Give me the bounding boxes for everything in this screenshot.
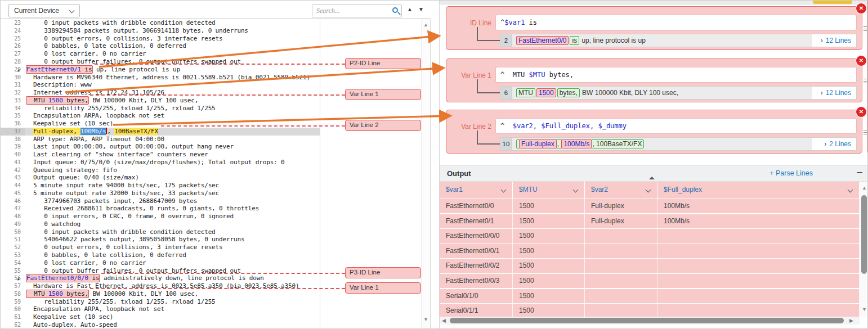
editor-line-51[interactable]: 51 540646622 packets output, 3895058058 … (1, 236, 320, 244)
variable-token: 100Mb/s (563, 140, 589, 148)
editor-line-43[interactable]: 43 Output queue: 0/40 (size/max) (1, 174, 320, 182)
editor-line-27[interactable]: 27 0 lost carrier, 0 no carrier (1, 50, 320, 58)
match-lines-link[interactable]: ›2 Lines (812, 138, 856, 150)
close-icon[interactable]: ✕ (856, 3, 866, 13)
table-cell (657, 259, 860, 273)
chevron-down-icon (69, 8, 75, 13)
editor-line-60[interactable]: 60 Encapsulation ARPA, loopback not set (1, 305, 320, 313)
line-number: 58 (1, 290, 21, 298)
editor-line-45[interactable]: 45 5 minute output rate 32000 bits/sec, … (1, 190, 320, 197)
editor-scrollbar[interactable]: ▲ ▼ (421, 19, 430, 329)
variable-token: $_dummy (598, 122, 627, 130)
editor-line-62[interactable]: 62 Auto-duplex, Auto-speed (1, 321, 320, 329)
hamburger-menu-icon[interactable] (863, 26, 868, 33)
editor-line-54[interactable]: 54 0 lost carrier, 0 no carrier (1, 259, 320, 267)
editor-line-59[interactable]: 59 reliability 255/255, txload 1/255, rx… (1, 298, 320, 306)
minimize-output-button[interactable]: – (857, 166, 862, 178)
chevron-down-icon[interactable] (646, 187, 651, 193)
editor-line-47[interactable]: 47 Received 2688611 broadcasts, 0 runts,… (1, 205, 320, 213)
hamburger-menu-icon[interactable] (863, 130, 868, 136)
parse-lines-link[interactable]: + Parse Lines (769, 169, 813, 177)
parse-card-var-line-2: ✕Var Line 2^ $var2, $Full_duplex, $_dumm… (446, 110, 862, 154)
hamburger-menu-icon[interactable] (863, 79, 868, 85)
editor-line-49[interactable]: 49 0 watchdog (1, 220, 320, 228)
editor-line-39[interactable]: 39 Last input 00:00:00, output 00:00:00,… (1, 143, 320, 151)
editor-line-56[interactable]: 56◢FastEthernet0/0/0 is administratively… (1, 274, 320, 282)
editor-line-40[interactable]: 40 Last clearing of "show interface" cou… (1, 151, 320, 159)
text-segment: BW 100000 Kbit, DLY 100 usec, (89, 290, 198, 298)
line-number: 42 (1, 166, 21, 174)
editor-line-33[interactable]: 33 MTU 1500 bytes, BW 100000 Kbit, DLY 1… (1, 97, 320, 105)
connector-elbow (477, 40, 500, 41)
editor-line-42[interactable]: 42 Queueing strategy: fifo (1, 166, 320, 174)
yellow-highlight: 100BaseTX/FX (114, 128, 158, 135)
pattern-input[interactable]: ^$var1 is (495, 15, 857, 30)
matched-line-row: 6MTU1500bytes, BW 100000 Kbit, DLY 100 u… (500, 86, 857, 100)
scroll-right-icon[interactable]: ▶ (849, 318, 853, 323)
scroll-left-icon[interactable]: ◀ (442, 318, 446, 323)
table-cell (585, 289, 657, 303)
parse-marker-label: P3-ID Line (345, 267, 421, 278)
editor-line-35[interactable]: 35 Encapsulation ARPA, loopback not set (1, 112, 320, 120)
editor-line-52[interactable]: 52 0 output errors, 0 collisions, 3 inte… (1, 244, 320, 251)
collapse-up-icon[interactable] (649, 167, 656, 177)
chevron-down-icon[interactable] (848, 187, 853, 193)
search-icon[interactable] (392, 7, 398, 13)
editor-line-25[interactable]: 25 0 output errors, 0 collisions, 3 inte… (1, 35, 320, 43)
line-text: Keepalive set (10 sec) (26, 120, 113, 128)
pattern-input[interactable]: ^ $var2, $Full_duplex, $_dummy (495, 118, 857, 134)
table-cell (657, 304, 860, 318)
editor-line-26[interactable]: 26 0 babbles, 0 late collision, 0 deferr… (1, 42, 320, 50)
editor-line-31[interactable]: 31 Description: www (1, 81, 320, 89)
column-header-MTU[interactable]: $MTU (513, 182, 585, 199)
editor-line-53[interactable]: 53 0 babbles, 0 late collision, 0 deferr… (1, 251, 320, 259)
table-vertical-scrollbar[interactable]: ▲ ▼ (860, 182, 868, 317)
match-lines-link[interactable]: ›12 Lines (812, 34, 856, 47)
column-header-var2[interactable]: $var2 (585, 182, 657, 199)
close-icon[interactable]: ✕ (856, 107, 866, 117)
editor-line-46[interactable]: 46 3774966703 packets input, 2688647009 … (1, 197, 320, 205)
table-horizontal-scrollbar[interactable]: ◀ ▶ (440, 317, 860, 325)
selection-highlight: 100Mb/s (80, 128, 106, 135)
column-header-var1[interactable]: $var1 (440, 182, 513, 199)
editor-line-44[interactable]: 44 5 minute input rate 94000 bits/sec, 1… (1, 182, 320, 190)
line-number: 52 (1, 244, 21, 251)
editor-line-24[interactable]: 24 3389294584 packets output, 3066914118… (1, 27, 320, 35)
horizontal-scroll-thumb[interactable] (450, 318, 844, 323)
text-segment: administratively down, line protocol is … (100, 274, 263, 282)
close-icon[interactable]: ✕ (856, 56, 866, 66)
editor-line-29[interactable]: 29◢FastEthernet0/1 is up, line protocol … (1, 66, 320, 74)
red-match-box: MTU 1500 bytes, (26, 290, 89, 298)
find-previous-button[interactable]: ▲ (407, 6, 413, 13)
column-header-Full_duplex[interactable]: $Full_duplex (657, 182, 860, 199)
editor-line-34[interactable]: 34 reliability 255/255, txload 1/255, rx… (1, 105, 320, 112)
search-input[interactable] (312, 5, 383, 17)
editor-line-41[interactable]: 41 Input queue: 0/75/0/0 (size/max/drops… (1, 159, 320, 166)
scroll-up-icon[interactable]: ▲ (862, 185, 867, 191)
toolbar: Current Device ▲ ▼ (1, 1, 430, 19)
editor-line-37[interactable]: 37 Full-duplex, 100Mb/s, 100BaseTX/FX (1, 128, 320, 136)
device-selector-dropdown[interactable]: Current Device (8, 4, 80, 17)
scroll-up-icon[interactable]: ▲ (423, 22, 428, 28)
editor-line-48[interactable]: 48 0 input errors, 0 CRC, 0 frame, 0 ove… (1, 213, 320, 220)
find-next-button[interactable]: ▼ (418, 6, 424, 13)
editor-line-23[interactable]: 23 0 input packets with dribble conditio… (1, 19, 320, 27)
editor-line-61[interactable]: 61 Keepalive set (10 sec) (1, 313, 320, 321)
scroll-down-icon[interactable]: ▼ (423, 317, 428, 322)
table-cell (657, 274, 860, 288)
editor-line-50[interactable]: 50 0 input packets with dribble conditio… (1, 228, 320, 236)
pattern-input[interactable]: ^ MTU $MTU bytes, (495, 67, 857, 83)
line-number: 54 (1, 259, 21, 267)
line-number: 23 (1, 19, 21, 27)
chevron-down-icon[interactable] (501, 187, 507, 193)
match-lines-link[interactable]: ›12 Lines (812, 87, 856, 99)
editor-line-30[interactable]: 30 Hardware is MV96340 Ethernet, address… (1, 74, 320, 82)
editor-line-38[interactable]: 38 ARP type: ARPA, ARP Timeout 04:00:00 (1, 136, 320, 143)
device-selector-label: Current Device (14, 7, 59, 15)
scroll-down-icon[interactable]: ▼ (862, 307, 867, 312)
table-cell (585, 274, 657, 288)
red-match-box: MTU 1500 bytes, (26, 96, 89, 105)
chevron-down-icon[interactable] (573, 187, 579, 193)
vertical-scroll-thumb[interactable] (861, 195, 867, 274)
editor-line-58[interactable]: 58 MTU 1500 bytes, BW 100000 Kbit, DLY 1… (1, 290, 320, 298)
